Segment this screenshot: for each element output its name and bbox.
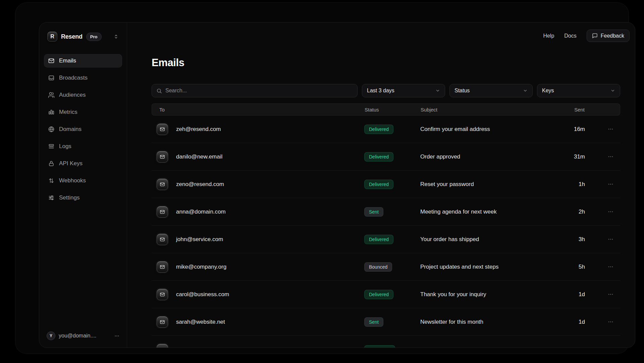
- main-content: Help Docs Feedback Emails Last 3 days: [127, 22, 635, 348]
- table-row[interactable]: carol@business.com Delivered Thank you f…: [152, 281, 620, 308]
- column-header-subject: Subject: [421, 107, 548, 112]
- sidebar-item-metrics[interactable]: Metrics: [44, 105, 122, 119]
- status-badge: Bounced: [364, 262, 392, 272]
- filters-bar: Last 3 days Status Keys: [152, 84, 620, 97]
- ellipsis-icon: [608, 236, 613, 242]
- logs-icon: [48, 143, 55, 150]
- table-header: To Status Subject Sent: [152, 103, 620, 116]
- sidebar-item-settings[interactable]: Settings: [44, 191, 122, 205]
- status-badge: Sent: [364, 317, 383, 327]
- sidebar-item-label: Audiences: [59, 92, 86, 98]
- sidebar-item-domains[interactable]: Domains: [44, 123, 122, 136]
- email-icon: [157, 344, 168, 348]
- docs-link[interactable]: Docs: [564, 33, 576, 39]
- status-badge: [364, 345, 395, 348]
- table-row[interactable]: mike@company.org Bounced Project updates…: [152, 253, 620, 281]
- table-row[interactable]: zeno@resend.com Delivered Reset your pas…: [152, 171, 620, 198]
- sidebar-item-label: Logs: [59, 143, 71, 150]
- ellipsis-icon: [608, 264, 613, 270]
- table-row[interactable]: anna@domain.com Sent Meeting agenda for …: [152, 198, 620, 226]
- chevron-up-down-icon[interactable]: [113, 34, 119, 39]
- email-icon: [157, 206, 168, 218]
- user-account[interactable]: Y you@domain....: [44, 331, 122, 340]
- status-badge: Delivered: [364, 290, 393, 299]
- sent-time: 3h: [548, 236, 585, 243]
- row-menu-button[interactable]: [585, 264, 613, 270]
- ellipsis-icon: [608, 154, 613, 160]
- workspace-switcher[interactable]: R Resend Pro: [44, 31, 122, 42]
- sidebar-item-emails[interactable]: Emails: [44, 54, 122, 67]
- help-link[interactable]: Help: [543, 33, 554, 39]
- email-subject: Newsletter for this month: [420, 319, 548, 325]
- sent-time: 1d: [548, 291, 585, 298]
- status-badge: Delivered: [364, 180, 393, 189]
- email-icon: [157, 179, 168, 190]
- sidebar-item-audiences[interactable]: Audiences: [44, 88, 122, 102]
- status-badge: Delivered: [364, 235, 393, 244]
- table-row[interactable]: john@service.com Delivered Your order ha…: [152, 226, 620, 253]
- sidebar-item-label: API Keys: [59, 160, 83, 167]
- table-row[interactable]: danilo@new.email Delivered Order approve…: [152, 143, 620, 171]
- user-menu-button[interactable]: [114, 333, 119, 338]
- chevron-down-icon: [523, 88, 528, 93]
- status-value: Status: [454, 88, 470, 94]
- search-box[interactable]: [152, 84, 358, 97]
- status-select[interactable]: Status: [449, 84, 533, 97]
- ellipsis-icon: [608, 319, 613, 325]
- row-menu-button[interactable]: [585, 181, 613, 187]
- row-menu-button[interactable]: [585, 209, 613, 215]
- keys-select[interactable]: Keys: [537, 84, 620, 97]
- email-icon: [157, 124, 168, 135]
- status-badge: Delivered: [364, 152, 393, 162]
- lock-icon: [48, 160, 55, 167]
- workspace-name: Resend: [61, 33, 83, 40]
- ellipsis-icon: [114, 333, 119, 338]
- sidebar-item-webhooks[interactable]: Webhooks: [44, 174, 122, 187]
- inbox-icon: [48, 75, 55, 81]
- row-menu-button[interactable]: [585, 319, 613, 325]
- ellipsis-icon: [608, 181, 613, 187]
- email-subject: Reset your password: [420, 181, 548, 188]
- globe-icon: [48, 126, 55, 133]
- user-email: you@domain....: [59, 333, 96, 339]
- sidebar-item-api-keys[interactable]: API Keys: [44, 157, 122, 170]
- date-range-select[interactable]: Last 3 days: [362, 84, 445, 97]
- table-row[interactable]: sarah@website.net Sent Newsletter for th…: [152, 308, 620, 336]
- recipient-email: sarah@website.net: [176, 319, 225, 325]
- topbar: Help Docs Feedback: [127, 22, 635, 42]
- app-shell: R Resend Pro Emails Broadcasts A: [15, 3, 629, 354]
- sidebar-item-logs[interactable]: Logs: [44, 140, 122, 153]
- column-header-status: Status: [365, 107, 421, 112]
- status-badge: Sent: [364, 207, 383, 217]
- column-header-sent: Sent: [548, 107, 585, 112]
- ellipsis-icon: [608, 126, 613, 132]
- sidebar-item-label: Emails: [59, 57, 76, 64]
- row-menu-button[interactable]: [585, 126, 613, 132]
- sidebar-item-label: Domains: [59, 126, 82, 133]
- sidebar-nav: Emails Broadcasts Audiences Metrics Doma…: [44, 54, 122, 205]
- email-subject: Your order has shipped: [420, 236, 548, 243]
- search-icon: [156, 88, 162, 94]
- chevron-down-icon: [435, 88, 440, 93]
- date-range-value: Last 3 days: [367, 88, 394, 94]
- recipient-email: danilo@new.email: [176, 153, 222, 160]
- sidebar-item-label: Webhooks: [59, 177, 86, 184]
- bar-chart-icon: [48, 109, 55, 116]
- recipient-email: zeno@resend.com: [176, 181, 224, 188]
- sidebar-item-broadcasts[interactable]: Broadcasts: [44, 71, 122, 85]
- recipient-email: anna@domain.com: [176, 209, 226, 215]
- row-menu-button[interactable]: [585, 154, 613, 160]
- email-icon: [157, 316, 168, 328]
- users-icon: [48, 92, 55, 98]
- arrows-up-down-icon: [48, 177, 55, 184]
- table-row-partial[interactable]: [152, 336, 620, 348]
- row-menu-button[interactable]: [585, 236, 613, 242]
- row-menu-button[interactable]: [585, 291, 613, 297]
- search-input[interactable]: [165, 88, 353, 94]
- sent-time: 16m: [548, 126, 585, 133]
- sidebar-item-label: Broadcasts: [59, 75, 88, 81]
- chevron-down-icon: [610, 88, 615, 93]
- feedback-button[interactable]: Feedback: [587, 30, 630, 42]
- table-row[interactable]: zeh@resend.com Delivered Confirm your em…: [152, 116, 620, 143]
- recipient-email: zeh@resend.com: [176, 126, 221, 133]
